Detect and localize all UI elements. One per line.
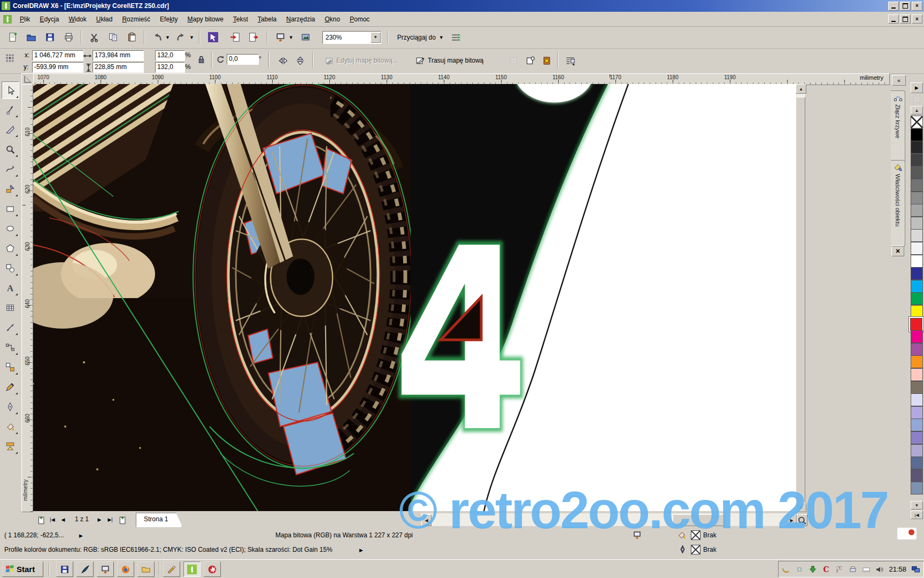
network-icon[interactable] <box>911 565 920 574</box>
start-button[interactable]: Start <box>2 561 43 577</box>
resample-button[interactable] <box>505 52 521 69</box>
outline-pen-tool[interactable] <box>2 398 18 415</box>
palette-scroll-up[interactable]: ▲ <box>911 106 923 115</box>
tray-volume-icon[interactable] <box>875 565 884 574</box>
bitmap-frame-button[interactable] <box>538 52 555 69</box>
palette-swatch[interactable] <box>911 217 923 230</box>
undo-button[interactable] <box>149 29 165 45</box>
scale-y-input[interactable]: 132,0 <box>155 62 185 73</box>
scroll-right-button[interactable]: ▶ <box>787 514 797 526</box>
save-button[interactable] <box>42 29 58 45</box>
polygon-tool[interactable] <box>2 240 18 256</box>
palette-swatch[interactable] <box>911 229 923 242</box>
menu-plik[interactable]: Plik <box>15 13 35 25</box>
height-input[interactable]: 228,85 mm <box>93 62 144 73</box>
scroll-up-button[interactable]: ▲ <box>796 84 806 94</box>
menu-efekty[interactable]: Efekty <box>155 13 182 25</box>
text-tool[interactable]: A <box>2 279 18 296</box>
collapse-dockers-button[interactable]: « <box>892 75 906 86</box>
copy-button[interactable] <box>105 29 121 45</box>
y-position-input[interactable]: -593,99 mm <box>32 62 83 73</box>
profile-expand-arrow[interactable]: ▶ <box>359 547 363 553</box>
taskbar-display-button[interactable] <box>97 561 114 577</box>
scroll-left-button[interactable]: ◀ <box>421 514 432 526</box>
zoom-level-combo[interactable]: 230% ▼ <box>322 31 381 44</box>
palette-swatch[interactable] <box>911 381 923 394</box>
mirror-horizontal-button[interactable] <box>275 52 291 69</box>
vertical-scrollbar[interactable]: ▲ ▼ <box>796 84 805 511</box>
ellipse-tool[interactable] <box>2 220 18 237</box>
menu-pomoc[interactable]: Pomoc <box>345 13 374 25</box>
trace-bitmap-button[interactable]: Trasuj mapę bitową <box>412 52 487 69</box>
palette-swatch[interactable] <box>911 280 923 293</box>
tray-cpu-icon[interactable]: C <box>822 565 830 574</box>
next-page-button[interactable]: ▶ <box>94 513 105 527</box>
palette-no-color-swatch[interactable] <box>911 116 923 128</box>
welcome-screen-button[interactable] <box>298 29 314 45</box>
palette-swatch[interactable] <box>911 204 923 217</box>
close-button[interactable]: × <box>912 2 922 11</box>
interactive-fill-tool[interactable] <box>2 438 18 454</box>
tray-printer-icon[interactable] <box>849 565 857 574</box>
smart-fill-tool[interactable] <box>2 180 18 197</box>
eyedropper-tool[interactable] <box>2 378 18 395</box>
object-position-grid[interactable] <box>5 54 14 63</box>
add-page-before-button[interactable] <box>34 513 47 527</box>
zoom-tool[interactable] <box>2 141 18 157</box>
taskbar-folder2-button[interactable] <box>137 561 155 577</box>
doc-minimize-button[interactable] <box>888 14 899 24</box>
palette-swatch[interactable] <box>911 457 923 469</box>
add-page-after-button[interactable] <box>116 513 128 527</box>
last-page-button[interactable]: ▶| <box>105 513 116 527</box>
first-page-button[interactable]: |◀ <box>47 513 58 527</box>
palette-swatch[interactable] <box>911 343 923 356</box>
menu-mapy-bitowe[interactable]: Mapy bitowe <box>182 13 228 25</box>
palette-swatch[interactable] <box>910 318 922 331</box>
import-button[interactable] <box>227 29 243 45</box>
tray-download-icon[interactable] <box>808 565 817 574</box>
palette-scroll-down[interactable]: ▼ <box>911 501 923 509</box>
tray-flag-icon[interactable] <box>835 565 844 574</box>
palette-swatch[interactable] <box>911 444 923 457</box>
menu-układ[interactable]: Układ <box>91 13 118 25</box>
minimize-button[interactable] <box>888 2 899 11</box>
search-content-button[interactable] <box>205 29 222 45</box>
redo-dropdown-arrow[interactable]: ▼ <box>189 35 194 40</box>
tray-banana-icon[interactable] <box>782 565 790 574</box>
palette-swatch[interactable] <box>911 406 923 419</box>
cut-button[interactable] <box>86 29 102 45</box>
horizontal-ruler[interactable]: 1070108010901100111011201130114011501160… <box>33 73 890 85</box>
palette-options-button[interactable] <box>911 94 923 104</box>
dimension-tool[interactable] <box>2 319 18 336</box>
horizontal-scrollbar[interactable]: ◀ ▶ <box>421 513 796 526</box>
palette-swatch[interactable] <box>911 305 923 318</box>
outline-none-swatch[interactable] <box>691 545 700 554</box>
taskbar-pen-button[interactable] <box>76 561 94 577</box>
print-button[interactable] <box>60 29 76 45</box>
palette-swatch[interactable] <box>911 128 923 141</box>
palette-swatch[interactable] <box>911 141 923 154</box>
status-expand-arrow[interactable]: ▶ <box>79 533 83 538</box>
taskbar-floppy-button[interactable] <box>56 561 73 577</box>
palette-expand-button[interactable]: |◀ <box>911 511 923 519</box>
undo-dropdown-arrow[interactable]: ▼ <box>165 35 170 40</box>
ruler-origin-button[interactable] <box>21 73 34 85</box>
connector-tool[interactable] <box>2 339 18 355</box>
fill-tool[interactable] <box>2 418 18 435</box>
close-docker-button[interactable]: ✕ <box>891 246 904 256</box>
edit-bitmap-button[interactable]: Edytuj mapę bitową... <box>321 52 402 69</box>
menu-tabela[interactable]: Tabela <box>253 13 281 25</box>
application-launcher-button[interactable] <box>273 29 289 45</box>
palette-swatch[interactable] <box>911 469 923 482</box>
wrap-text-button[interactable] <box>561 52 579 69</box>
palette-flyout-button[interactable]: ▶ <box>911 82 923 93</box>
basic-shapes-tool[interactable] <box>2 260 18 276</box>
freehand-tool[interactable] <box>2 161 18 177</box>
taskbar-photopaint-button[interactable] <box>204 561 221 577</box>
taskbar-plugin-button[interactable] <box>163 561 180 577</box>
width-input[interactable]: 173,984 mm <box>93 50 144 61</box>
x-position-input[interactable]: 1 046,727 mm <box>32 50 83 61</box>
palette-swatch[interactable] <box>911 267 923 280</box>
rectangle-tool[interactable] <box>2 200 18 217</box>
palette-swatch[interactable] <box>911 431 923 444</box>
